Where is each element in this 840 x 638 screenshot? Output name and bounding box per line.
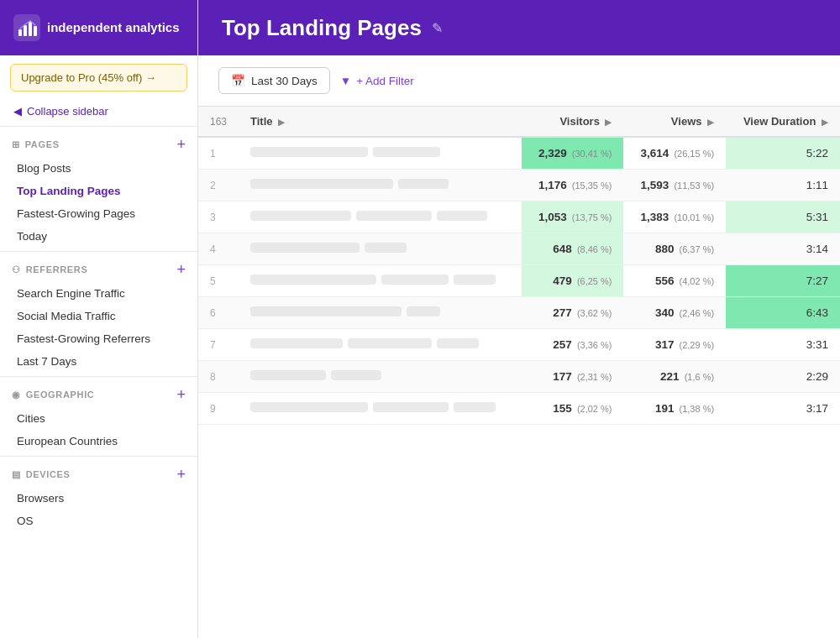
sidebar-item-today[interactable]: Today <box>0 225 197 248</box>
blurred-title-part <box>373 147 440 157</box>
referrers-section-title: ⚇ REFERRERS <box>12 264 87 275</box>
row-visitors: 1,176 (15,35 %) <box>522 170 624 201</box>
row-views: 221 (1,6 %) <box>623 361 726 393</box>
referrers-section: ⚇ REFERRERS + Search Engine Traffic Soci… <box>0 251 197 376</box>
duration-sort-icon: ▶ <box>822 118 828 127</box>
main-content: Top Landing Pages ✎ 📅 Last 30 Days ▼ + A… <box>198 0 840 638</box>
row-views: 556 (4,02 %) <box>623 265 726 297</box>
sidebar-item-cities[interactable]: Cities <box>0 407 197 430</box>
referrers-add-button[interactable]: + <box>176 262 186 277</box>
sidebar-item-fastest-growing-referrers[interactable]: Fastest-Growing Referrers <box>0 327 197 350</box>
table-row[interactable]: 8177 (2,31 %)221 (1,6 %)2:29 <box>198 361 840 393</box>
row-title[interactable] <box>239 170 522 201</box>
logo-text: independent analytics <box>47 20 180 35</box>
sidebar-item-browsers[interactable]: Browsers <box>0 487 197 510</box>
row-views: 880 (6,37 %) <box>623 233 726 265</box>
row-duration: 5:31 <box>726 201 840 233</box>
sidebar-item-last-7-days[interactable]: Last 7 Days <box>0 350 197 373</box>
row-views: 3,614 (26,15 %) <box>623 137 726 170</box>
table-row[interactable]: 9155 (2,02 %)191 (1,38 %)3:17 <box>198 393 840 425</box>
row-views: 317 (2,29 %) <box>623 329 726 361</box>
table-row[interactable]: 12,329 (30,41 %)3,614 (26,15 %)5:22 <box>198 137 840 170</box>
main-header: Top Landing Pages ✎ <box>198 0 840 55</box>
calendar-icon: 📅 <box>231 74 245 87</box>
row-visitors: 177 (2,31 %) <box>522 361 624 393</box>
row-duration: 3:14 <box>726 233 840 265</box>
blurred-title-part <box>250 306 402 316</box>
row-number: 7 <box>198 329 239 361</box>
sidebar-logo: independent analytics <box>0 0 197 55</box>
col-visitors-header[interactable]: Visitors ▶ <box>522 107 624 137</box>
blurred-title-part <box>250 275 376 285</box>
pages-section-header: ⊞ PAGES + <box>0 137 197 157</box>
col-views-header[interactable]: Views ▶ <box>623 107 726 137</box>
row-duration: 1:11 <box>726 170 840 201</box>
devices-add-button[interactable]: + <box>176 467 186 482</box>
referrers-section-header: ⚇ REFERRERS + <box>0 262 197 282</box>
blurred-title-part <box>348 338 432 348</box>
geographic-section: ◉ GEOGRAPHIC + Cities European Countries <box>0 376 197 456</box>
geographic-section-header: ◉ GEOGRAPHIC + <box>0 387 197 407</box>
table-row[interactable]: 6277 (3,62 %)340 (2,46 %)6:43 <box>198 297 840 329</box>
blurred-title-part <box>250 179 393 189</box>
table-body: 12,329 (30,41 %)3,614 (26,15 %)5:2221,17… <box>198 137 840 425</box>
date-filter-button[interactable]: 📅 Last 30 Days <box>218 67 330 94</box>
sidebar-item-social-media-traffic[interactable]: Social Media Traffic <box>0 305 197 327</box>
sidebar-item-search-engine-traffic[interactable]: Search Engine Traffic <box>0 282 197 305</box>
geographic-icon: ◉ <box>12 390 21 400</box>
blurred-title-part <box>250 370 326 380</box>
blurred-title-part <box>250 211 351 221</box>
row-number: 5 <box>198 265 239 297</box>
row-title[interactable] <box>239 393 522 425</box>
row-visitors: 257 (3,36 %) <box>522 329 624 361</box>
landing-pages-table: 163 Title ▶ Visitors ▶ Views ▶ View Dur <box>198 107 840 425</box>
sidebar-item-european-countries[interactable]: European Countries <box>0 430 197 452</box>
row-title[interactable] <box>239 137 522 170</box>
col-count: 163 <box>198 107 239 137</box>
devices-section-header: ▤ DEVICES + <box>0 467 197 487</box>
blurred-title-part <box>250 402 368 412</box>
col-duration-header[interactable]: View Duration ▶ <box>726 107 840 137</box>
row-duration: 6:43 <box>726 297 840 329</box>
table-row[interactable]: 5479 (6,25 %)556 (4,02 %)7:27 <box>198 265 840 297</box>
row-title[interactable] <box>239 361 522 393</box>
blurred-title-part <box>250 147 368 157</box>
table-row[interactable]: 7257 (3,36 %)317 (2,29 %)3:31 <box>198 329 840 361</box>
table-row[interactable]: 31,053 (13,75 %)1,383 (10,01 %)5:31 <box>198 201 840 233</box>
row-title[interactable] <box>239 329 522 361</box>
col-title-header[interactable]: Title ▶ <box>239 107 522 137</box>
sidebar-item-fastest-growing-pages[interactable]: Fastest-Growing Pages <box>0 202 197 225</box>
blurred-title-part <box>454 402 496 412</box>
sidebar-item-top-landing-pages[interactable]: Top Landing Pages <box>0 180 197 202</box>
add-filter-button[interactable]: ▼ + Add Filter <box>340 75 414 87</box>
table-header-row: 163 Title ▶ Visitors ▶ Views ▶ View Dur <box>198 107 840 137</box>
upgrade-button[interactable]: Upgrade to Pro (45% off) → <box>10 64 187 92</box>
row-title[interactable] <box>239 297 522 329</box>
pages-add-button[interactable]: + <box>176 137 186 152</box>
devices-section-title: ▤ DEVICES <box>12 469 71 480</box>
logo-icon <box>13 14 40 41</box>
sidebar-item-blog-posts[interactable]: Blog Posts <box>0 157 197 180</box>
pages-section: ⊞ PAGES + Blog Posts Top Landing Pages F… <box>0 126 197 251</box>
blurred-title-part <box>365 243 407 253</box>
row-title[interactable] <box>239 201 522 233</box>
row-visitors: 155 (2,02 %) <box>522 393 624 425</box>
row-duration: 7:27 <box>726 265 840 297</box>
blurred-title-part <box>250 338 343 348</box>
row-title[interactable] <box>239 233 522 265</box>
row-visitors: 2,329 (30,41 %) <box>522 137 624 170</box>
row-duration: 3:17 <box>726 393 840 425</box>
table-row[interactable]: 4648 (8,46 %)880 (6,37 %)3:14 <box>198 233 840 265</box>
row-duration: 5:22 <box>726 137 840 170</box>
blurred-title-part <box>331 370 381 380</box>
collapse-sidebar-button[interactable]: ◀ Collapse sidebar <box>0 100 197 126</box>
title-sort-icon: ▶ <box>278 118 285 127</box>
devices-section: ▤ DEVICES + Browsers OS <box>0 456 197 536</box>
row-title[interactable] <box>239 265 522 297</box>
edit-title-icon[interactable]: ✎ <box>432 20 443 36</box>
geographic-add-button[interactable]: + <box>176 387 186 402</box>
blurred-title-part <box>373 402 449 412</box>
sidebar-item-os[interactable]: OS <box>0 510 197 532</box>
row-visitors: 479 (6,25 %) <box>522 265 624 297</box>
table-row[interactable]: 21,176 (15,35 %)1,593 (11,53 %)1:11 <box>198 170 840 201</box>
